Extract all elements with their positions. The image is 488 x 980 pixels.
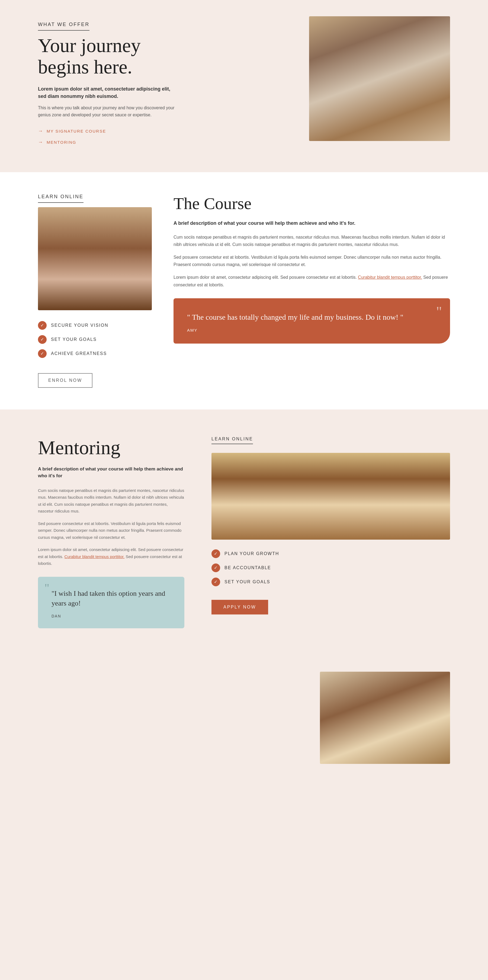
bottom-section (0, 655, 488, 786)
mentoring-body-link[interactable]: Curabitur blandit tempus porttitor. (65, 554, 125, 559)
testimonial-author: AMY (187, 328, 198, 332)
mentoring-link-label: MENTORING (47, 140, 76, 145)
mentoring-section: Mentoring A brief description of what yo… (0, 409, 488, 656)
check-icon-1 (38, 321, 47, 330)
mentoring-feature-label-3: SET YOUR GOALS (224, 579, 270, 584)
mentoring-check-icon-2 (211, 563, 220, 572)
quote-mark-icon: " (436, 304, 442, 320)
mentoring-image (211, 453, 450, 539)
arrow-icon: → (38, 128, 43, 134)
mentoring-check-icon-3 (211, 578, 220, 586)
mentoring-feature-2: BE ACCOUNTABLE (211, 563, 450, 572)
feature-label-2: SET YOUR GOALS (51, 337, 97, 342)
arrow-icon: → (38, 139, 43, 145)
mentoring-body-2: Sed posuere consectetur est at lobortis.… (38, 520, 184, 541)
hero-image (309, 16, 450, 141)
hero-section: WHAT WE OFFER Your journey begins here. … (0, 0, 488, 172)
hero-title: Your journey begins here. (38, 35, 179, 78)
hero-lead: Lorem ipsum dolor sit amet, consectetuer… (38, 86, 179, 100)
feature-item-3: ACHIEVE GREATNESS (38, 349, 152, 358)
hero-left: WHAT WE OFFER Your journey begins here. … (38, 16, 179, 151)
course-image (38, 207, 152, 310)
feature-item-2: SET YOUR GOALS (38, 335, 152, 344)
testimonial-box: " " The course has totally changed my li… (173, 298, 450, 344)
mentoring-feature-label-1: PLAN YOUR GROWTH (224, 551, 279, 556)
check-icon-2 (38, 335, 47, 344)
mentoring-quote-box: " "I wish I had taken this option years … (38, 577, 184, 628)
enrol-button[interactable]: ENROL NOW (38, 373, 92, 388)
course-body-3: Lorem ipsum dolor sit amet, consectetur … (173, 274, 450, 288)
mentoring-quote-author: DAN (51, 614, 61, 618)
mentoring-left: Mentoring A brief description of what yo… (38, 437, 184, 628)
testimonial-text: " The course has totally changed my life… (187, 312, 437, 322)
mentoring-title: Mentoring (38, 437, 184, 459)
course-lead: A brief description of what your course … (173, 220, 450, 227)
mentoring-feature-label-2: BE ACCOUNTABLE (224, 565, 271, 570)
hero-label: WHAT WE OFFER (38, 22, 89, 31)
course-left: LEARN ONLINE SECURE YOUR VISION SET YOUR… (38, 194, 152, 388)
hero-image-visual (309, 16, 450, 141)
hero-body: This is where you talk about your journe… (38, 104, 179, 118)
feature-label-3: ACHIEVE GREATNESS (51, 351, 107, 356)
course-title: The Course (173, 194, 450, 213)
mentoring-image-visual (211, 453, 450, 539)
mentoring-right: LEARN ONLINE PLAN YOUR GROWTH BE ACCOUNT… (211, 437, 450, 614)
mentoring-body-3: Lorem ipsum dolor sit amet, consectetur … (38, 546, 184, 567)
feature-item-1: SECURE YOUR VISION (38, 321, 152, 330)
feature-label-1: SECURE YOUR VISION (51, 323, 108, 328)
mentoring-link[interactable]: → MENTORING (38, 139, 179, 145)
mentoring-check-icon-1 (211, 549, 220, 558)
course-right: The Course A brief description of what y… (173, 194, 450, 344)
mentoring-body-1: Cum sociis natoque penatibus et magnis d… (38, 487, 184, 515)
course-body-link[interactable]: Curabitur blandit tempus porttitor. (358, 275, 422, 280)
course-section: LEARN ONLINE SECURE YOUR VISION SET YOUR… (0, 172, 488, 409)
bottom-image (320, 672, 450, 764)
mentoring-quote-mark-icon: " (45, 581, 176, 595)
course-learn-label: LEARN ONLINE (38, 194, 84, 203)
course-body-1: Cum sociis natoque penatibus et magnis d… (173, 234, 450, 248)
course-image-visual (38, 207, 152, 310)
apply-button[interactable]: APPLY NOW (211, 600, 268, 614)
bottom-image-visual (320, 672, 450, 764)
signature-course-label: MY SIGNATURE COURSE (47, 129, 106, 134)
signature-course-link[interactable]: → MY SIGNATURE COURSE (38, 128, 179, 134)
hero-right (195, 16, 450, 141)
mentoring-learn-label: LEARN ONLINE (211, 437, 253, 444)
check-icon-3 (38, 349, 47, 358)
mentoring-feature-1: PLAN YOUR GROWTH (211, 549, 450, 558)
mentoring-lead: A brief description of what your course … (38, 466, 184, 479)
course-body-2: Sed posuere consectetur est at lobortis.… (173, 253, 450, 268)
mentoring-feature-3: SET YOUR GOALS (211, 578, 450, 586)
